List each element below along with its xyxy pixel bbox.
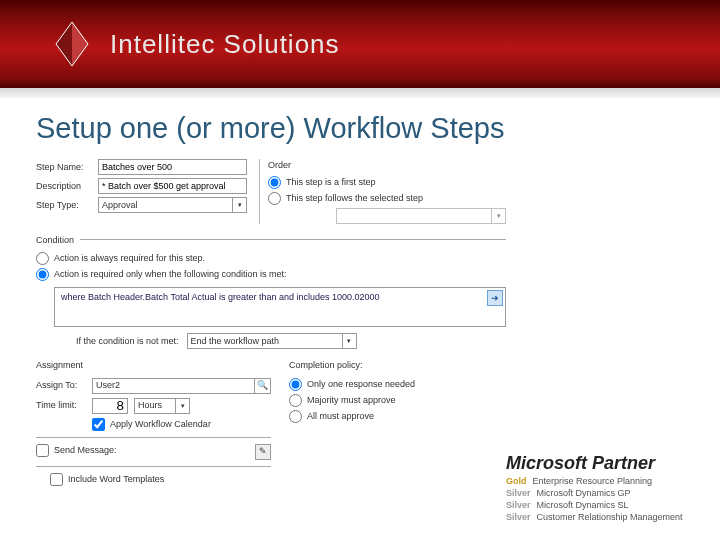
condition-expression-text: where Batch Header.Batch Total Actual is…	[61, 292, 380, 302]
partner-line: SilverMicrosoft Dynamics SL	[506, 500, 696, 510]
condition-group: Condition Action is always required for …	[36, 234, 506, 350]
svg-marker-1	[72, 22, 88, 66]
radio-cp-majority[interactable]: Majority must approve	[289, 394, 506, 407]
radio-cp-one[interactable]: Only one response needed	[289, 378, 506, 391]
assignment-legend: Assignment	[36, 359, 271, 372]
not-met-dropdown[interactable]: End the workflow path	[187, 333, 357, 349]
partner-competency: Enterprise Resource Planning	[533, 476, 653, 486]
time-limit-unit-value: Hours	[138, 399, 162, 412]
description-input[interactable]	[98, 178, 247, 194]
edit-message-button[interactable]: ✎	[255, 444, 271, 460]
partner-line: SilverCustomer Relationship Management	[506, 512, 696, 522]
radio-cp-all-label: All must approve	[307, 410, 374, 423]
not-met-value: End the workflow path	[191, 335, 280, 348]
apply-calendar-checkbox[interactable]: Apply Workflow Calendar	[92, 418, 271, 431]
partner-tier: Gold	[506, 476, 527, 486]
brand-logo-icon	[48, 20, 96, 68]
radio-cp-one-input[interactable]	[289, 378, 302, 391]
radio-conditional-input[interactable]	[36, 268, 49, 281]
step-type-label: Step Type:	[36, 199, 98, 212]
radio-cp-all-input[interactable]	[289, 410, 302, 423]
brand-name: Intellitec Solutions	[110, 29, 340, 60]
radio-always-label: Action is always required for this step.	[54, 252, 205, 265]
include-templates-checkbox[interactable]: Include Word Templates	[50, 473, 271, 486]
radio-always-required[interactable]: Action is always required for this step.	[36, 252, 506, 265]
chevron-down-icon	[342, 334, 356, 348]
partner-line: SilverMicrosoft Dynamics GP	[506, 488, 696, 498]
selected-step-dropdown[interactable]	[336, 208, 506, 224]
completion-policy-label: Completion policy:	[289, 359, 506, 372]
radio-conditional-required[interactable]: Action is required only when the followi…	[36, 268, 506, 281]
partner-tier: Silver	[506, 512, 531, 522]
radio-follows-step[interactable]: This step follows the selected step	[268, 192, 506, 205]
send-message-checkbox[interactable]: Send Message:	[36, 444, 245, 457]
partner-title: Microsoft Partner	[506, 453, 696, 474]
partner-competency: Microsoft Dynamics GP	[537, 488, 631, 498]
expand-condition-button[interactable]	[487, 290, 503, 306]
include-templates-input[interactable]	[50, 473, 63, 486]
time-limit-input[interactable]	[92, 398, 128, 414]
radio-always-input[interactable]	[36, 252, 49, 265]
partner-line: GoldEnterprise Resource Planning	[506, 476, 696, 486]
partner-tier: Silver	[506, 488, 531, 498]
radio-cp-one-label: Only one response needed	[307, 378, 415, 391]
workflow-step-form: Step Name: Description Step Type: Approv…	[36, 159, 506, 489]
condition-expression-box[interactable]: where Batch Header.Batch Total Actual is…	[54, 287, 506, 327]
time-limit-label: Time limit:	[36, 399, 86, 412]
step-name-label: Step Name:	[36, 161, 98, 174]
partner-competency: Customer Relationship Management	[537, 512, 683, 522]
assign-to-value: User2	[93, 379, 254, 392]
assign-to-field[interactable]: User2 🔍	[92, 378, 271, 394]
radio-cp-majority-label: Majority must approve	[307, 394, 396, 407]
send-message-label: Send Message:	[54, 444, 117, 457]
not-met-label: If the condition is not met:	[76, 335, 179, 348]
radio-first-step[interactable]: This step is a first step	[268, 176, 506, 189]
condition-legend: Condition	[36, 234, 80, 247]
radio-follows-step-label: This step follows the selected step	[286, 192, 423, 205]
chevron-down-icon	[491, 209, 505, 223]
send-message-input[interactable]	[36, 444, 49, 457]
radio-first-step-input[interactable]	[268, 176, 281, 189]
partner-badge: Microsoft Partner GoldEnterprise Resourc…	[506, 453, 696, 522]
partner-competency: Microsoft Dynamics SL	[537, 500, 629, 510]
page-title: Setup one (or more) Workflow Steps	[36, 112, 684, 145]
chevron-down-icon	[232, 198, 246, 212]
brand-banner: Intellitec Solutions	[0, 0, 720, 88]
include-templates-label: Include Word Templates	[68, 473, 164, 486]
partner-tier: Silver	[506, 500, 531, 510]
radio-cp-all[interactable]: All must approve	[289, 410, 506, 423]
lookup-icon[interactable]: 🔍	[254, 379, 270, 393]
chevron-down-icon	[175, 399, 189, 413]
radio-cp-majority-input[interactable]	[289, 394, 302, 407]
svg-marker-2	[56, 22, 72, 66]
time-limit-unit-dropdown[interactable]: Hours	[134, 398, 190, 414]
step-type-dropdown[interactable]: Approval	[98, 197, 247, 213]
step-name-input[interactable]	[98, 159, 247, 175]
radio-first-step-label: This step is a first step	[286, 176, 376, 189]
apply-calendar-label: Apply Workflow Calendar	[110, 418, 211, 431]
step-type-value: Approval	[102, 199, 138, 212]
radio-conditional-label: Action is required only when the followi…	[54, 268, 287, 281]
apply-calendar-input[interactable]	[92, 418, 105, 431]
description-label: Description	[36, 180, 98, 193]
order-legend: Order	[268, 159, 506, 172]
assign-to-label: Assign To:	[36, 379, 86, 392]
radio-follows-step-input[interactable]	[268, 192, 281, 205]
